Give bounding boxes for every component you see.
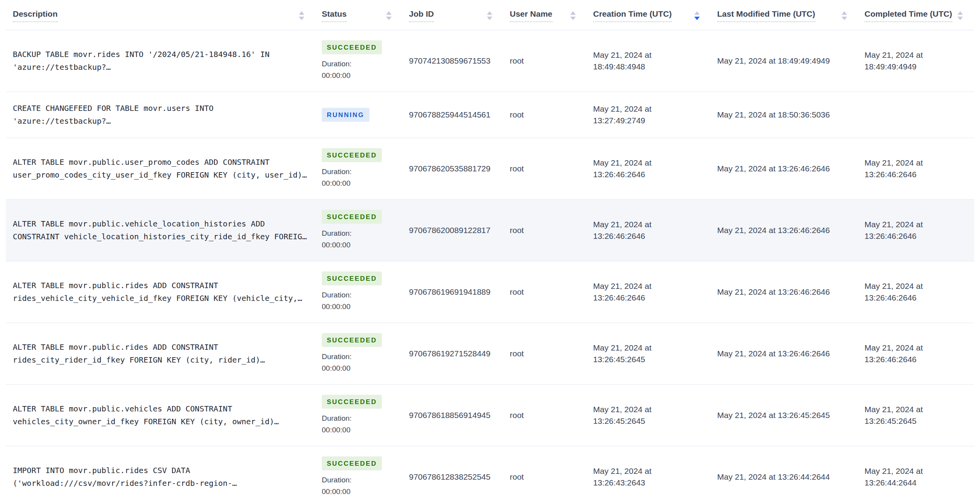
column-header-completed-time[interactable]: Completed Time (UTC): [859, 0, 974, 30]
sort-icons[interactable]: [570, 11, 576, 20]
job-description[interactable]: ALTER TABLE movr.public.user_promo_codes…: [13, 157, 307, 180]
creation-time-cell: May 21, 2024 at 13:26:43:2643: [587, 446, 711, 501]
completed-time-cell: May 21, 2024 at 13:26:44:2644: [859, 446, 974, 501]
last-modified-time-cell: May 21, 2024 at 13:26:46:2646: [711, 138, 859, 200]
job-description[interactable]: ALTER TABLE movr.public.vehicle_location…: [13, 219, 307, 241]
jobs-table-body: BACKUP TABLE movr.rides INTO '/2024/05/2…: [6, 30, 974, 501]
job-id-cell: 970742130859671553: [403, 30, 504, 92]
sort-asc-icon[interactable]: [299, 11, 304, 15]
duration-label: Duration:: [322, 413, 392, 424]
sort-desc-icon[interactable]: [386, 17, 392, 20]
sort-asc-icon[interactable]: [487, 11, 492, 15]
table-row[interactable]: ALTER TABLE movr.public.vehicles ADD CON…: [6, 385, 974, 446]
job-description[interactable]: BACKUP TABLE movr.rides INTO '/2024/05/2…: [13, 50, 269, 72]
sort-asc-icon[interactable]: [386, 11, 392, 15]
sort-asc-icon[interactable]: [842, 11, 847, 15]
duration-label: Duration:: [322, 166, 392, 178]
sort-asc-icon[interactable]: [570, 11, 576, 15]
column-header-creation-time[interactable]: Creation Time (UTC): [587, 0, 711, 30]
description-cell[interactable]: CREATE CHANGEFEED FOR TABLE movr.users I…: [6, 92, 316, 138]
status-badge: SUCCEEDED: [322, 395, 382, 409]
sort-desc-icon[interactable]: [487, 17, 492, 20]
sort-icons[interactable]: [487, 11, 492, 20]
sort-icons[interactable]: [694, 11, 700, 20]
user-name-cell: root: [504, 92, 587, 138]
user-name-cell: root: [504, 446, 587, 501]
duration-value: 00:00:00: [322, 363, 392, 374]
table-row[interactable]: ALTER TABLE movr.public.rides ADD CONSTR…: [6, 261, 974, 323]
duration-block: Duration: 00:00:00: [322, 474, 392, 498]
column-header-last-modified-time[interactable]: Last Modified Time (UTC): [711, 0, 859, 30]
description-cell[interactable]: ALTER TABLE movr.public.rides ADD CONSTR…: [6, 261, 316, 323]
user-name-cell: root: [504, 30, 587, 92]
status-badge: SUCCEEDED: [322, 148, 382, 162]
column-header-job-id[interactable]: Job ID: [403, 0, 504, 30]
creation-time-cell: May 21, 2024 at 13:26:45:2645: [587, 323, 711, 385]
sort-desc-icon[interactable]: [299, 17, 304, 20]
column-label: Completed Time (UTC): [864, 9, 952, 22]
completed-time-cell: May 21, 2024 at 13:26:46:2646: [859, 138, 974, 200]
job-id-cell: 970678825944514561: [403, 92, 504, 138]
last-modified-time-cell: May 21, 2024 at 18:50:36:5036: [711, 92, 859, 138]
job-id-cell: 970678619271528449: [403, 323, 504, 385]
table-row[interactable]: BACKUP TABLE movr.rides INTO '/2024/05/2…: [6, 30, 974, 92]
sort-asc-icon[interactable]: [694, 11, 700, 15]
completed-time-cell: May 21, 2024 at 13:26:45:2645: [859, 385, 974, 446]
description-cell[interactable]: IMPORT INTO movr.public.rides CSV DATA (…: [6, 446, 316, 501]
completed-time-cell: [859, 92, 974, 138]
sort-icons[interactable]: [842, 11, 847, 20]
creation-time-cell: May 21, 2024 at 13:26:45:2645: [587, 385, 711, 446]
sort-icons[interactable]: [386, 11, 392, 20]
sort-icons[interactable]: [299, 11, 304, 20]
job-id-cell: 970678618856914945: [403, 385, 504, 446]
last-modified-time-cell: May 21, 2024 at 13:26:44:2644: [711, 446, 859, 501]
status-cell: SUCCEEDED Duration: 00:00:00: [316, 261, 403, 323]
status-cell: SUCCEEDED Duration: 00:00:00: [316, 138, 403, 200]
description-cell[interactable]: ALTER TABLE movr.public.user_promo_codes…: [6, 138, 316, 200]
job-description[interactable]: ALTER TABLE movr.public.rides ADD CONSTR…: [13, 281, 302, 303]
table-row[interactable]: ALTER TABLE movr.public.rides ADD CONSTR…: [6, 323, 974, 385]
table-row[interactable]: ALTER TABLE movr.public.vehicle_location…: [6, 200, 974, 261]
column-header-status[interactable]: Status: [316, 0, 403, 30]
duration-value: 00:00:00: [322, 239, 392, 251]
creation-time-cell: May 21, 2024 at 13:26:46:2646: [587, 261, 711, 323]
status-cell: RUNNING: [316, 92, 403, 138]
description-cell[interactable]: ALTER TABLE movr.public.vehicles ADD CON…: [6, 385, 316, 446]
duration-label: Duration:: [322, 58, 392, 70]
table-row[interactable]: IMPORT INTO movr.public.rides CSV DATA (…: [6, 446, 974, 501]
table-row[interactable]: CREATE CHANGEFEED FOR TABLE movr.users I…: [6, 92, 974, 138]
sort-icons[interactable]: [958, 11, 963, 20]
sort-desc-icon[interactable]: [958, 17, 963, 20]
completed-time-cell: May 21, 2024 at 13:26:46:2646: [859, 261, 974, 323]
description-cell[interactable]: ALTER TABLE movr.public.rides ADD CONSTR…: [6, 323, 316, 385]
sort-asc-icon[interactable]: [958, 11, 963, 15]
sort-desc-icon[interactable]: [570, 17, 576, 20]
column-label: Creation Time (UTC): [593, 9, 672, 22]
status-cell: SUCCEEDED Duration: 00:00:00: [316, 446, 403, 501]
table-header: Description Status Job ID: [6, 0, 974, 30]
column-header-description[interactable]: Description: [6, 0, 316, 30]
duration-block: Duration: 00:00:00: [322, 351, 392, 374]
duration-value: 00:00:00: [322, 70, 392, 81]
job-id-cell: 970678620535881729: [403, 138, 504, 200]
job-description[interactable]: ALTER TABLE movr.public.vehicles ADD CON…: [13, 404, 279, 426]
table-row[interactable]: ALTER TABLE movr.public.user_promo_codes…: [6, 138, 974, 200]
sort-desc-icon[interactable]: [842, 17, 847, 20]
user-name-cell: root: [504, 261, 587, 323]
creation-time-cell: May 21, 2024 at 18:49:48:4948: [587, 30, 711, 92]
job-description[interactable]: ALTER TABLE movr.public.rides ADD CONSTR…: [13, 342, 265, 365]
job-description[interactable]: CREATE CHANGEFEED FOR TABLE movr.users I…: [13, 104, 214, 126]
column-label: User Name: [510, 9, 552, 22]
status-badge: SUCCEEDED: [322, 271, 382, 285]
status-cell: SUCCEEDED Duration: 00:00:00: [316, 323, 403, 385]
sort-desc-icon[interactable]: [694, 17, 700, 20]
column-header-user-name[interactable]: User Name: [504, 0, 587, 30]
job-description[interactable]: IMPORT INTO movr.public.rides CSV DATA (…: [13, 466, 237, 488]
last-modified-time-cell: May 21, 2024 at 13:26:46:2646: [711, 261, 859, 323]
status-cell: SUCCEEDED Duration: 00:00:00: [316, 385, 403, 446]
creation-time-cell: May 21, 2024 at 13:26:46:2646: [587, 138, 711, 200]
description-cell[interactable]: ALTER TABLE movr.public.vehicle_location…: [6, 200, 316, 261]
duration-value: 00:00:00: [322, 424, 392, 436]
column-label: Last Modified Time (UTC): [717, 9, 815, 22]
description-cell[interactable]: BACKUP TABLE movr.rides INTO '/2024/05/2…: [6, 30, 316, 92]
